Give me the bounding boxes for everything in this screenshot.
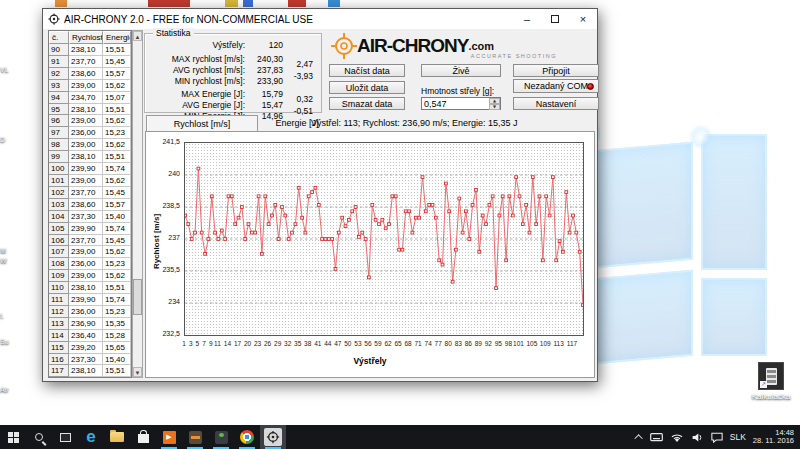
connect-button[interactable]: Připojit xyxy=(513,64,599,77)
shots-table[interactable]: č. Rychlost [m/s] Energie [J] 90 238,10 … xyxy=(48,30,132,378)
cell-energy: 15,28 xyxy=(103,330,131,342)
com-port-state[interactable]: Nezadaný COM xyxy=(513,79,599,93)
air-chrony-logo: AIR-CHRONY .com ACCURATE SHOOTING xyxy=(331,31,571,61)
maximize-button[interactable] xyxy=(541,9,569,29)
table-row[interactable]: 102 237,70 15,45 xyxy=(49,187,131,199)
taskbar-app-icon-2[interactable] xyxy=(208,425,234,449)
table-row[interactable]: 103 238,60 15,57 xyxy=(49,199,131,211)
cell-energy: 15,62 xyxy=(103,139,131,151)
table-row[interactable]: 116 237,30 15,40 xyxy=(49,354,131,366)
save-data-button[interactable]: Uložit data xyxy=(329,81,405,94)
language-indicator[interactable]: SLK xyxy=(730,432,746,442)
scroll-down-icon[interactable]: ▼ xyxy=(133,367,142,377)
table-row[interactable]: 112 236,00 15,23 xyxy=(49,306,131,318)
table-row[interactable]: 113 236,90 15,35 xyxy=(49,318,131,330)
chrome-icon[interactable] xyxy=(234,425,260,449)
table-row[interactable]: 93 239,00 15,62 xyxy=(49,80,131,92)
tab-velocity[interactable]: Rychlost [m/s] xyxy=(146,115,258,132)
table-row[interactable]: 106 237,70 15,45 xyxy=(49,235,131,247)
table-row[interactable]: 94 234,70 15,07 xyxy=(49,92,131,104)
calculator-icon: ↗ xyxy=(758,362,784,390)
cell-velocity: 238,10 xyxy=(69,151,103,163)
cell-energy: 15,23 xyxy=(103,306,131,318)
table-scrollbar[interactable]: ▲ ▼ xyxy=(132,30,143,378)
stat-label: AVG Energie [J]: xyxy=(182,100,245,110)
stat-delta: 0,32 xyxy=(296,94,313,104)
air-chrony-taskbar-icon[interactable] xyxy=(260,425,286,449)
wifi-icon[interactable] xyxy=(670,432,684,443)
taskbar-app-icon-1[interactable] xyxy=(182,425,208,449)
cell-energy: 15,45 xyxy=(103,56,131,68)
x-tick-label: 77 xyxy=(435,340,442,347)
mass-stepper[interactable]: ▲▼ xyxy=(489,98,500,109)
brand-tagline: ACCURATE SHOOTING xyxy=(471,53,557,59)
action-center-icon[interactable] xyxy=(711,432,723,443)
tray-date: 28. 11. 2016 xyxy=(753,437,794,446)
cell-velocity: 237,70 xyxy=(69,187,103,199)
x-tick-label: 41 xyxy=(314,340,321,347)
table-row[interactable]: 107 239,00 15,62 xyxy=(49,246,131,258)
windows-logo-pane xyxy=(701,134,767,270)
cell-number: 110 xyxy=(49,282,69,294)
table-row[interactable]: 110 238,10 15,51 xyxy=(49,282,131,294)
input-indicator-icon[interactable] xyxy=(650,432,663,442)
table-row[interactable]: 105 239,90 15,74 xyxy=(49,223,131,235)
table-row[interactable]: 95 238,10 15,51 xyxy=(49,104,131,116)
cell-velocity: 237,30 xyxy=(69,211,103,223)
close-button[interactable]: × xyxy=(569,9,597,29)
table-row[interactable]: 99 238,10 15,51 xyxy=(49,151,131,163)
y-tick-label: 235,5 xyxy=(146,266,180,273)
desktop-icon-kalkulacka[interactable]: ↗ Kalkulačka xyxy=(748,362,794,406)
table-row[interactable]: 97 236,00 15,23 xyxy=(49,127,131,139)
movies-tv-icon[interactable]: ▶ xyxy=(156,425,182,449)
store-icon[interactable] xyxy=(130,425,156,449)
table-row[interactable]: 114 236,40 15,28 xyxy=(49,330,131,342)
table-rows[interactable]: 90 238,10 15,5191 237,70 15,4592 238,60 … xyxy=(49,44,131,378)
window-titlebar[interactable]: AIR-CHRONY 2.0 - FREE for NON-COMMERCIAL… xyxy=(43,9,597,29)
cell-energy: 15,23 xyxy=(103,258,131,270)
scroll-up-icon[interactable]: ▲ xyxy=(133,31,142,41)
x-tick-label: 86 xyxy=(465,340,472,347)
table-row[interactable]: 111 239,90 15,74 xyxy=(49,294,131,306)
table-row[interactable]: 100 239,90 15,74 xyxy=(49,163,131,175)
cell-number: 96 xyxy=(49,115,69,127)
table-row[interactable]: 98 239,00 15,62 xyxy=(49,139,131,151)
shortcut-arrow-icon: ↗ xyxy=(760,381,767,388)
clock[interactable]: 14:48 28. 11. 2016 xyxy=(753,429,794,446)
desktop-icon-fragment xyxy=(225,0,238,7)
scroll-thumb[interactable] xyxy=(133,279,142,315)
x-tick-label: 17 xyxy=(234,340,241,347)
cell-velocity: 239,00 xyxy=(69,175,103,187)
clear-data-button[interactable]: Smazat data xyxy=(329,97,405,110)
table-row[interactable]: 115 239,20 15,65 xyxy=(49,342,131,354)
start-button[interactable] xyxy=(0,425,26,449)
table-row[interactable]: 91 237,70 15,45 xyxy=(49,56,131,68)
search-icon[interactable] xyxy=(26,425,52,449)
desktop-icon-label-fragment: W xyxy=(0,257,7,264)
table-row[interactable]: 117 238,10 15,51 xyxy=(49,365,131,377)
x-tick-label: 105 xyxy=(526,340,537,347)
table-row[interactable]: 101 239,00 15,62 xyxy=(49,175,131,187)
cell-velocity: 239,00 xyxy=(69,115,103,127)
x-tick-label: 62 xyxy=(384,340,391,347)
volume-icon[interactable] xyxy=(691,432,704,443)
table-row[interactable]: 109 239,00 15,62 xyxy=(49,270,131,282)
live-button[interactable]: Živě xyxy=(421,64,501,77)
x-tick-label: 56 xyxy=(364,340,371,347)
stepper-down-icon[interactable]: ▼ xyxy=(489,104,500,110)
table-row[interactable]: 92 238,60 15,57 xyxy=(49,68,131,80)
settings-button[interactable]: Nastavení xyxy=(513,97,599,110)
table-row[interactable]: 96 239,00 15,62 xyxy=(49,115,131,127)
table-row[interactable]: 108 236,00 15,23 xyxy=(49,258,131,270)
x-tick-label: 23 xyxy=(254,340,261,347)
x-tick-label: 98 xyxy=(505,340,512,347)
file-explorer-icon[interactable] xyxy=(104,425,130,449)
edge-icon[interactable]: e xyxy=(78,425,104,449)
table-row[interactable]: 104 237,30 15,40 xyxy=(49,211,131,223)
statistics-groupbox: Statistika Výstřely:120 MAX rychlost [m/… xyxy=(144,33,322,113)
minimize-button[interactable]: – xyxy=(513,9,541,29)
table-row[interactable]: 90 238,10 15,51 xyxy=(49,44,131,56)
task-view-icon[interactable] xyxy=(52,425,78,449)
tray-chevron-up-icon[interactable] xyxy=(634,434,642,442)
load-data-button[interactable]: Načíst data xyxy=(329,64,405,77)
